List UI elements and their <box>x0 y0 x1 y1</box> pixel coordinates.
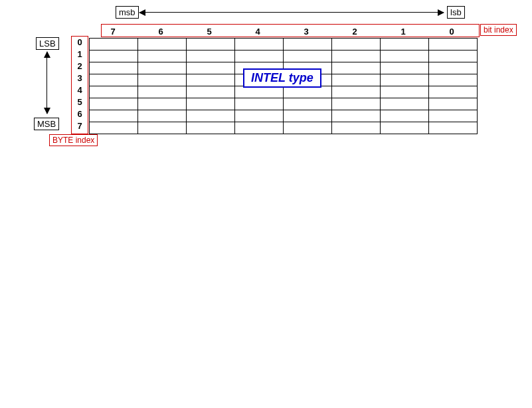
row-header: 5 <box>75 96 84 108</box>
col-header: 6 <box>137 27 185 37</box>
intel-type-label: INTEL type <box>243 68 321 88</box>
row-header: 6 <box>75 108 84 120</box>
col-header: 1 <box>379 27 427 37</box>
col-header: 0 <box>428 27 476 37</box>
col-header: 3 <box>282 27 330 37</box>
byte-index-label: BYTE index <box>49 134 98 146</box>
left-arrow <box>46 52 47 114</box>
bit-index-label: bit index <box>480 24 517 36</box>
row-header: 1 <box>75 49 84 60</box>
row-header: 0 <box>75 37 84 49</box>
col-header: 4 <box>234 27 282 37</box>
row-header: 7 <box>75 120 84 132</box>
top-msb-box: msb <box>116 6 139 19</box>
left-msb-box: MSB <box>34 118 59 130</box>
row-header: 4 <box>75 84 84 96</box>
row-header: 2 <box>75 60 84 72</box>
top-lsb-box: lsb <box>447 6 465 19</box>
row-header: 3 <box>75 72 84 84</box>
col-header: 2 <box>331 27 379 37</box>
col-header: 5 <box>185 27 233 37</box>
col-header: 7 <box>89 27 137 37</box>
top-arrow <box>139 12 444 13</box>
left-lsb-box: LSB <box>36 37 59 50</box>
